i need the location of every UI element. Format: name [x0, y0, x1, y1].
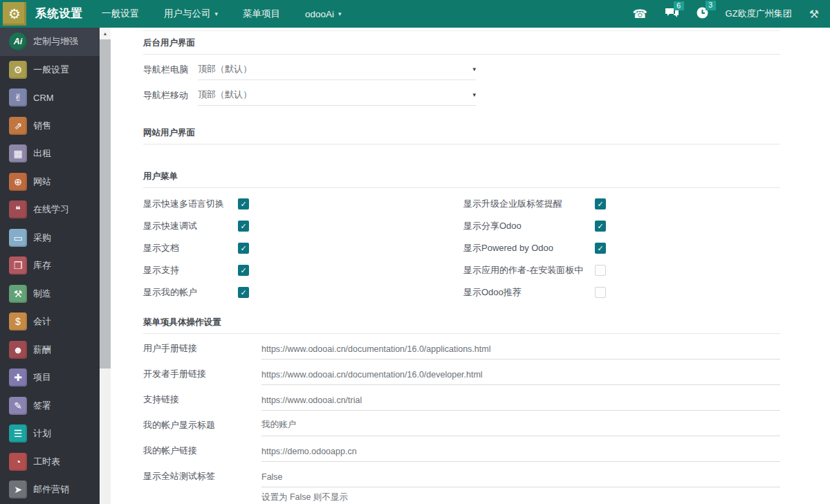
select-value: 顶部（默认） — [198, 63, 252, 75]
support-link-input[interactable]: https://www.odooai.cn/trial — [261, 395, 780, 411]
user-menu-name[interactable]: GZ欧度广州集团 — [726, 8, 792, 20]
sidebar-item-label: 销售 — [33, 120, 51, 132]
navbar-mobile-select[interactable]: 顶部（默认） ▾ — [198, 88, 476, 106]
checkbox-powered-by-odoo[interactable]: ✓ — [595, 243, 606, 254]
field-label: 开发者手册链接 — [143, 368, 261, 385]
test-label-input[interactable]: False — [261, 472, 780, 487]
sidebar-item-label: 在线学习 — [33, 203, 69, 216]
app-gear-icon[interactable]: ⚙ — [3, 2, 26, 26]
checkbox-row: 显示文档 ✓ 显示Powered by Odoo ✓ — [143, 242, 780, 254]
sidebar-item-planning[interactable]: ☰ 计划 — [0, 420, 100, 448]
sidebar-item-manufacturing[interactable]: ⚒ 制造 — [0, 280, 100, 308]
field-help-text: 设置为 False 则不显示 — [143, 492, 780, 503]
menu-menu-items[interactable]: 菜单项目 — [243, 8, 280, 20]
section-title-menu-settings: 菜单项具体操作设置 — [143, 317, 780, 334]
scrollbar-thumb[interactable] — [100, 39, 111, 368]
menu-label: odooAi — [305, 9, 334, 19]
elearning-icon: ❝ — [9, 200, 27, 218]
checkbox-label: 显示文档 — [143, 242, 238, 254]
activities-badge: 3 — [706, 1, 716, 10]
wrench-icon: ⚒ — [9, 285, 27, 303]
menu-label: 菜单项目 — [243, 8, 280, 20]
sidebar-item-label: 薪酬 — [33, 344, 51, 356]
sidebar-item-crm[interactable]: ✌ CRM — [0, 84, 100, 112]
sidebar-item-general-settings[interactable]: ⚙ 一般设置 — [0, 56, 100, 84]
navbar-desktop-select[interactable]: 顶部（默认） ▾ — [198, 63, 476, 80]
messages-badge: 6 — [674, 1, 684, 11]
sidebar-item-email-marketing[interactable]: ➤ 邮件营销 — [0, 476, 100, 504]
menu-odooai[interactable]: odooAi ▾ — [305, 8, 342, 20]
user-manual-link-input[interactable]: https://www.odooai.cn/documentation/16.0… — [261, 344, 780, 360]
chevron-down-icon: ▾ — [338, 10, 342, 17]
checkbox-share-odoo[interactable]: ✓ — [595, 221, 606, 232]
checkbox-row: 显示快速调试 ✓ 显示分享Odoo ✓ — [143, 220, 780, 232]
vertical-scrollbar[interactable]: ▲ — [100, 28, 111, 504]
sidebar-item-elearning[interactable]: ❝ 在线学习 — [0, 196, 100, 224]
checkbox-app-author[interactable] — [595, 265, 606, 276]
sidebar-item-sales[interactable]: ⇗ 销售 — [0, 112, 100, 140]
checkbox-label: 显示快速调试 — [143, 220, 238, 232]
field-label: 我的帐户链接 — [143, 445, 261, 462]
checkbox-label: 显示应用的作者-在安装面板中 — [463, 264, 595, 277]
phone-icon[interactable]: ☎ — [632, 8, 647, 20]
inventory-box-icon: ❒ — [9, 256, 27, 274]
sign-pen-icon: ✎ — [9, 397, 27, 415]
field-label: 用户手册链接 — [143, 342, 261, 360]
checkbox-support[interactable]: ✓ — [238, 265, 249, 276]
checkbox-label: 显示分享Odoo — [463, 220, 595, 232]
checkbox-multilang[interactable]: ✓ — [238, 198, 249, 209]
sidebar-item-label: 会计 — [33, 315, 51, 328]
topbar-right: ☎ 6 3 GZ欧度广州集团 ⚒ — [632, 7, 830, 21]
account-title-input[interactable]: 我的账户 — [261, 419, 780, 436]
checkbox-row: 显示支持 ✓ 显示应用的作者-在安装面板中 — [143, 264, 780, 277]
sidebar-item-label: 签署 — [33, 400, 51, 412]
chevron-down-icon: ▾ — [215, 10, 219, 17]
sidebar-item-label: 采购 — [33, 232, 51, 244]
sidebar-item-label: 定制与增强 — [33, 35, 78, 48]
sidebar-item-timesheet[interactable]: ◔ 工时表 — [0, 448, 100, 476]
checkbox-quick-debug[interactable]: ✓ — [238, 221, 249, 232]
stopwatch-icon: ◔ — [9, 453, 27, 471]
field-label: 导航栏电脑 — [143, 64, 198, 80]
checkbox-label: 显示快速多语言切换 — [143, 198, 238, 210]
activities-icon[interactable]: 3 — [697, 7, 708, 21]
page-title: 系统设置 — [35, 6, 82, 21]
scroll-up-arrow-icon[interactable]: ▲ — [100, 28, 111, 39]
sidebar-item-rental[interactable]: ▦ 出租 — [0, 140, 100, 168]
developer-manual-link-input[interactable]: https://www.odooai.cn/documentation/16.0… — [261, 370, 780, 385]
sidebar-item-website[interactable]: ⊕ 网站 — [0, 168, 100, 196]
checkbox-row: 显示快速多语言切换 ✓ 显示升级企业版标签提醒 ✓ — [143, 198, 780, 210]
form-row-navbar-mobile: 导航栏移动 顶部（默认） ▾ — [143, 88, 476, 106]
sales-chart-icon: ⇗ — [9, 117, 27, 135]
sidebar-item-project[interactable]: ✚ 项目 — [0, 364, 100, 392]
checkbox-row: 显示我的帐户 ✓ 显示Odoo推荐 — [143, 286, 780, 299]
menu-label: 一般设置 — [102, 8, 139, 20]
form-row-user-manual: 用户手册链接 https://www.odooai.cn/documentati… — [143, 342, 780, 360]
sidebar-item-accounting[interactable]: $ 会计 — [0, 308, 100, 336]
invoice-icon: $ — [9, 312, 27, 330]
sidebar-item-label: 工时表 — [33, 456, 60, 468]
sidebar-item-sign[interactable]: ✎ 签署 — [0, 392, 100, 420]
messages-icon[interactable]: 6 — [665, 8, 679, 21]
menu-users-company[interactable]: 用户与公司 ▾ — [164, 8, 218, 20]
chevron-down-icon: ▾ — [472, 91, 476, 98]
sidebar-item-label: 库存 — [33, 259, 51, 272]
sidebar-item-customization[interactable]: Ai 定制与增强 — [0, 28, 100, 56]
chevron-down-icon: ▾ — [472, 66, 476, 73]
sidebar-item-label: 一般设置 — [33, 64, 69, 76]
checkbox-upgrade-reminder[interactable]: ✓ — [595, 198, 606, 209]
globe-icon: ⊕ — [9, 173, 27, 191]
sidebar-item-payroll[interactable]: ☻ 薪酬 — [0, 336, 100, 364]
account-link-input[interactable]: https://demo.odooapp.cn — [261, 447, 780, 462]
tools-wrench-icon[interactable]: ⚒ — [809, 8, 819, 21]
checkbox-documentation[interactable]: ✓ — [238, 243, 249, 254]
checkbox-label: 显示Odoo推荐 — [463, 286, 595, 299]
field-label: 导航栏移动 — [143, 89, 198, 106]
form-row-support-link: 支持链接 https://www.odooai.cn/trial — [143, 393, 780, 411]
sidebar-item-inventory[interactable]: ❒ 库存 — [0, 252, 100, 280]
checkbox-label: 显示支持 — [143, 264, 238, 277]
checkbox-odoo-referral[interactable] — [595, 287, 606, 298]
checkbox-my-account[interactable]: ✓ — [238, 287, 249, 298]
menu-general-settings[interactable]: 一般设置 — [102, 8, 139, 20]
sidebar-item-purchase[interactable]: ▭ 采购 — [0, 224, 100, 252]
